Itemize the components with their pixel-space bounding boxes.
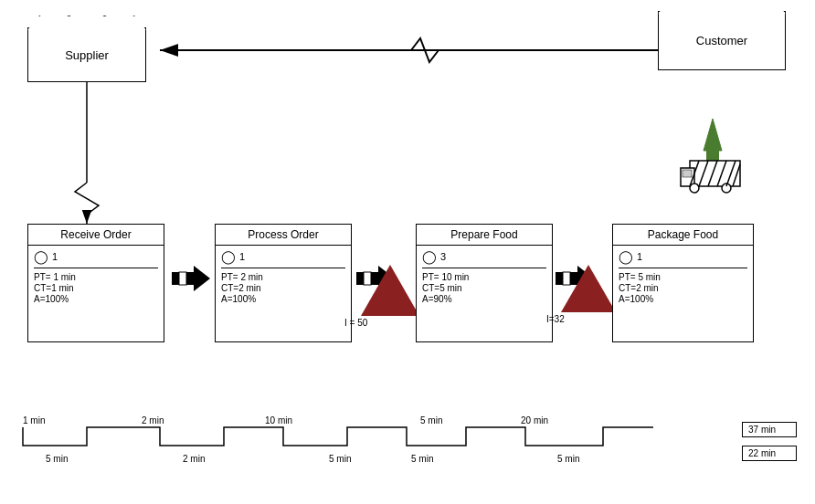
package-food-metrics: PT= 5 min CT=2 min A=100% [619,272,747,304]
total-time-box: 37 min [742,422,797,437]
timeline-bottom-3: 5 min [329,454,351,464]
metric-ct-2: CT=2 min [221,283,345,293]
operator-count-3: 3 [440,251,446,262]
prepare-food-box: Prepare Food ◯ 3 PT= 10 min CT=5 min A=9… [416,224,553,342]
svg-rect-7 [186,272,194,285]
inventory-triangle-2: I=32 [561,265,616,312]
prepare-food-operator: ◯ 3 [422,249,546,268]
supplier-box: Supplier [27,27,146,82]
package-food-title: Package Food [613,225,753,246]
timeline-bottom-4: 5 min [411,454,433,464]
svg-point-22 [690,184,699,193]
package-food-box: Package Food ◯ 1 PT= 5 min CT=2 min A=10… [612,224,754,342]
process-order-metrics: PT= 2 min CT=2 min A=100% [221,272,345,304]
svg-rect-21 [683,170,692,177]
metric-a: A=100% [34,294,158,304]
receive-order-operator: ◯ 1 [34,249,158,268]
operator-icon-3: ◯ [422,249,437,264]
metric-ct-3: CT=5 min [422,283,546,293]
metric-ct: CT=1 min [34,283,158,293]
metric-pt-4: PT= 5 min [619,272,747,282]
metric-pt-3: PT= 10 min [422,272,546,282]
timeline-top-2: 2 min [142,415,164,425]
operator-icon-4: ◯ [619,249,633,264]
va-time-box: 22 min [742,446,797,461]
metric-pt: PT= 1 min [34,272,158,282]
operator-count: 1 [52,251,58,262]
value-stream-map: Supplier Customer Receive Order [0,0,815,504]
process-order-title: Process Order [216,225,351,246]
inventory-triangle-1: I = 50 [361,265,419,316]
timeline-top-4: 5 min [420,415,442,425]
timeline-top-1: 1 min [23,415,45,425]
metric-a-2: A=100% [221,294,345,304]
operator-count-2: 1 [239,251,245,262]
va-time-label: 22 min [748,448,776,458]
receive-order-title: Receive Order [28,225,164,246]
prepare-food-title: Prepare Food [417,225,552,246]
receive-order-box: Receive Order ◯ 1 PT= 1 min CT=1 min A=1… [27,224,164,342]
truck-container [676,153,749,194]
process-order-box: Process Order ◯ 1 PT= 2 min CT=2 min A=1… [215,224,352,342]
inventory-label-2: I=32 [546,314,565,324]
metric-a-3: A=90% [422,294,546,304]
timeline-top-3: 10 min [265,415,292,425]
timeline-bottom-5: 5 min [557,454,579,464]
timeline-top-5: 20 min [521,415,548,425]
metric-ct-4: CT=2 min [619,283,747,293]
supplier-label: Supplier [65,48,109,62]
process-order-operator: ◯ 1 [221,249,345,268]
customer-box: Customer [658,11,786,70]
operator-icon-2: ◯ [221,249,236,264]
svg-marker-8 [194,266,210,291]
svg-marker-17 [704,119,722,151]
customer-label: Customer [696,34,747,47]
inventory-label-1: I = 50 [344,318,367,328]
metric-a-4: A=100% [619,294,747,304]
metric-pt-2: PT= 2 min [221,272,345,282]
total-time-label: 37 min [748,425,776,435]
svg-rect-5 [172,272,179,285]
svg-rect-6 [179,272,186,285]
operator-count-4: 1 [637,251,642,262]
timeline-bottom-2: 2 min [183,454,205,464]
receive-order-metrics: PT= 1 min CT=1 min A=100% [34,272,158,304]
prepare-food-metrics: PT= 10 min CT=5 min A=90% [422,272,546,304]
operator-icon: ◯ [34,249,48,264]
package-food-operator: ◯ 1 [619,249,747,268]
timeline-bottom-1: 5 min [46,454,68,464]
